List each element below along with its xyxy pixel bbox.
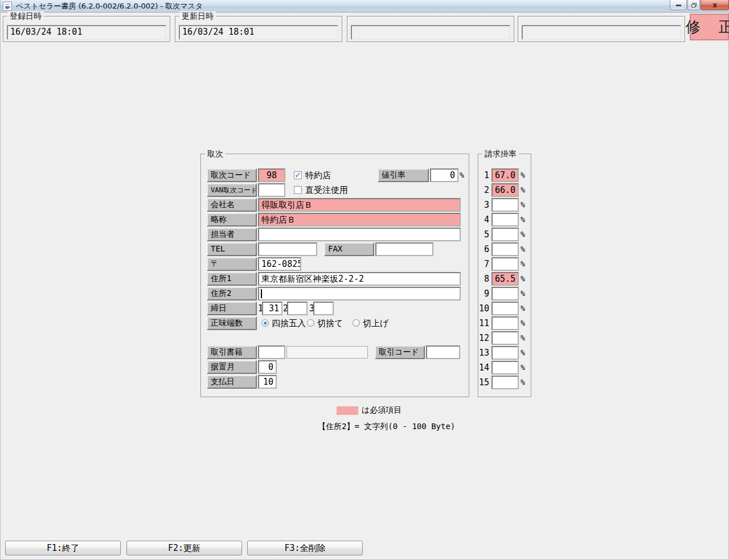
registered-datetime-label: 登録日時 [7, 11, 44, 20]
billing-rate-field-5[interactable] [492, 228, 519, 241]
percent-sign: % [521, 213, 525, 227]
billing-rate-field-11[interactable] [492, 316, 519, 330]
rate-row-number: 13 [479, 346, 489, 360]
fax-field[interactable] [375, 242, 433, 256]
billing-rate-field-9[interactable] [492, 287, 519, 300]
billing-rate-field-1[interactable]: 67.0 [492, 168, 519, 182]
billing-rate-field-12[interactable] [492, 331, 519, 345]
billing-rate-field-8[interactable]: 65.5 [492, 272, 519, 286]
percent-sign: % [521, 257, 525, 271]
percent-sign: % [521, 361, 525, 374]
percent-sign: % [521, 302, 525, 315]
billing-rate-field-4[interactable] [492, 213, 519, 227]
discount-rate-field[interactable]: 0 [430, 168, 458, 182]
rate-row-number: 7 [479, 257, 489, 271]
rate-row-number: 9 [479, 287, 489, 300]
discount-rate-label: 値引率 [378, 168, 429, 182]
billing-rate-field-13[interactable] [492, 346, 519, 360]
contact-person-label: 担当者 [207, 228, 257, 241]
postal-code-label: 〒 [207, 257, 257, 271]
rate-row-number: 15 [479, 376, 489, 389]
minimize-button[interactable] [670, 0, 687, 10]
direct-order-checkbox[interactable]: ✓ [294, 186, 302, 194]
discount-rate-unit: % [460, 168, 464, 182]
address1-field[interactable]: 東京都新宿区神楽坂2-2-2 [258, 272, 461, 286]
rate-row-number: 2 [479, 183, 489, 197]
tel-label: TEL [207, 242, 257, 256]
header-group-4 [518, 16, 685, 42]
special-store-checkbox[interactable]: ✓ [294, 171, 302, 179]
rate-row-number: 10 [479, 302, 489, 315]
payment-day-field[interactable]: 10 [258, 375, 277, 389]
contact-person-field[interactable] [258, 228, 461, 241]
rate-row-number: 4 [479, 213, 489, 227]
trade-code-field[interactable] [426, 345, 460, 359]
trade-books-code-field[interactable] [258, 345, 285, 359]
close-button[interactable]: x [701, 0, 729, 10]
updated-datetime-group: 更新日時 16/03/24 18:01 [175, 16, 342, 42]
rate-row-number: 5 [479, 228, 489, 241]
app-window: ベストセラー書房 (6.2.0-002/6.2.0-002) - 取次マスタ x… [0, 0, 729, 560]
rounding-option-label: 四捨五入 [272, 316, 306, 330]
rate-row-number: 11 [479, 316, 489, 330]
billing-rate-field-2[interactable]: 66.0 [492, 183, 519, 197]
postal-code-field[interactable]: 162-0825 [258, 257, 301, 271]
field-hint: 【住所2】= 文字列(0 - 100 Byte) [318, 422, 455, 432]
billing-rate-field-3[interactable] [492, 198, 519, 212]
window-controls: x [669, 0, 729, 11]
rate-row-number: 3 [479, 198, 489, 212]
rate-row-number: 6 [479, 242, 489, 256]
closing-day-field-3[interactable] [313, 302, 334, 315]
updated-datetime-value: 16/03/24 18:01 [179, 25, 338, 40]
company-name-label: 会社名 [207, 198, 257, 212]
address2-field[interactable] [258, 287, 461, 300]
restore-icon [691, 3, 697, 7]
trade-books-name-field [286, 346, 368, 359]
rounding-radio-3[interactable] [353, 319, 360, 327]
percent-sign: % [521, 331, 525, 345]
java-app-icon [3, 2, 12, 11]
maximize-button[interactable] [687, 0, 700, 10]
rate-row-number: 1 [479, 168, 489, 182]
van-agency-code-field[interactable] [258, 183, 285, 197]
company-name-field[interactable]: 得販取引店Ｂ [258, 198, 461, 212]
special-store-label: 特約店 [305, 168, 331, 182]
short-name-field[interactable]: 特約店Ｂ [258, 213, 461, 227]
rate-row-number: 12 [479, 331, 489, 345]
percent-sign: % [521, 272, 525, 286]
window-title: ベストセラー書房 (6.2.0-002/6.2.0-002) - 取次マスタ [16, 0, 203, 13]
header-group-4-value [522, 25, 681, 40]
text-cursor [261, 289, 262, 298]
closing-day-field-1[interactable]: 31 [262, 302, 282, 315]
grace-month-field[interactable]: 0 [258, 360, 277, 374]
rounding-radio-2[interactable] [307, 319, 314, 327]
billing-rate-field-6[interactable] [492, 242, 519, 256]
updated-datetime-label: 更新日時 [179, 11, 216, 20]
edit-mode-indicator: 修 正 [690, 14, 729, 40]
payment-day-label: 支払日 [207, 375, 257, 389]
f1-exit-button[interactable]: F1:終了 [5, 541, 121, 555]
f3-delete-all-button[interactable]: F3:全削除 [247, 541, 363, 555]
percent-sign: % [521, 316, 525, 330]
billing-rate-field-7[interactable] [492, 257, 519, 271]
direct-order-label: 直受注使用 [305, 183, 348, 197]
billing-rate-field-15[interactable] [492, 376, 519, 389]
fax-label: FAX [324, 242, 374, 256]
agency-code-label: 取次コード [207, 168, 257, 182]
billing-rate-field-14[interactable] [492, 361, 519, 374]
rounding-radio-1[interactable] [261, 319, 269, 327]
trade-books-label: 取引書籍 [207, 345, 257, 359]
closing-day-field-2[interactable] [287, 302, 308, 315]
billing-rate-group-title: 請求掛率 [482, 149, 519, 158]
tel-field[interactable] [258, 242, 317, 256]
agency-group-title: 取次 [205, 149, 226, 158]
header-group-3 [347, 16, 514, 42]
agency-code-field[interactable]: 98 [258, 168, 285, 182]
billing-rate-field-10[interactable] [492, 302, 519, 315]
closing-day-label: 締日 [207, 302, 257, 315]
required-color-swatch [337, 406, 358, 415]
f2-update-button[interactable]: F2:更新 [126, 541, 242, 555]
trade-code-label: 取引コード [375, 345, 425, 359]
header-group-3-value [351, 25, 510, 40]
percent-sign: % [521, 346, 525, 360]
